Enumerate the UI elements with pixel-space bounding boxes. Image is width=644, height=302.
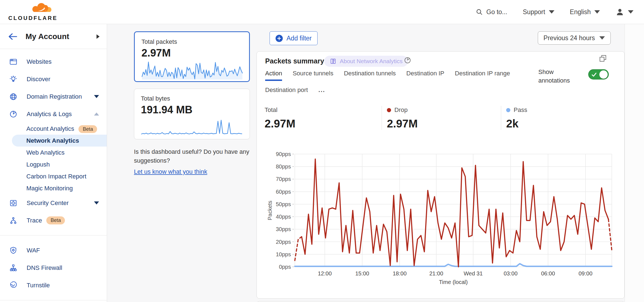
svg-text:Time (local): Time (local)	[439, 279, 468, 285]
sidebar-item-analytics-logs[interactable]: Analytics & Logs	[0, 105, 107, 123]
tab-more[interactable]: ...	[318, 86, 325, 96]
sidebar-item-security-center[interactable]: Security Center	[0, 194, 107, 212]
sidebar-item-label: Magic Monitoring	[26, 185, 73, 192]
sidebar-item-network-analytics[interactable]: Network Analytics	[12, 135, 107, 147]
about-network-analytics-badge[interactable]: About Network Analytics	[324, 56, 408, 67]
sidebar-item-label: DNS Firewall	[27, 264, 99, 272]
svg-text:Wed 31: Wed 31	[464, 270, 483, 277]
svg-text:90pps: 90pps	[276, 151, 291, 157]
feedback-link[interactable]: Let us know what you think	[134, 167, 207, 176]
globe-icon	[9, 93, 18, 101]
total-bytes-value: 191.94 MB	[141, 104, 243, 116]
waf-icon	[9, 246, 18, 255]
sidebar-item-magic-monitoring[interactable]: Magic Monitoring	[0, 182, 107, 194]
search-icon	[476, 8, 483, 16]
trace-icon	[9, 216, 18, 225]
total-packets-sparkline	[141, 59, 244, 81]
sidebar-divider	[0, 300, 107, 300]
chevron-down-icon	[549, 10, 554, 14]
sidebar-item-turnstile[interactable]: Turnstile	[0, 277, 107, 294]
sidebar-item-label: Websites	[27, 58, 99, 65]
packets-chart[interactable]: 0pps10pps20pps30pps40pps50pps60pps70pps8…	[262, 149, 620, 290]
websites-icon	[9, 58, 18, 66]
svg-text:06:00: 06:00	[541, 270, 555, 277]
total-bytes-title: Total bytes	[141, 95, 243, 102]
support-menu[interactable]: Support	[523, 8, 554, 16]
chevron-right-icon[interactable]	[97, 34, 100, 39]
chevron-down-icon	[628, 10, 633, 14]
stat-label: Total	[265, 106, 277, 114]
language-menu[interactable]: English	[570, 8, 600, 16]
total-packets-value: 2.97M	[141, 47, 242, 59]
sidebar-item-carbon-impact-report[interactable]: Carbon Impact Report	[0, 170, 107, 182]
packets-summary-panel: Packets summary About Network Analytics …	[257, 51, 625, 299]
sidebar-item-label: Turnstile	[27, 282, 99, 289]
content-area: Total packets 2.97M Total bytes 191.94 M…	[107, 24, 625, 302]
tab-destination-tunnels[interactable]: Destination tunnels	[344, 70, 396, 81]
svg-text:18:00: 18:00	[393, 270, 407, 277]
tab-destination-ip-range[interactable]: Destination IP range	[455, 70, 510, 81]
check-icon	[591, 72, 597, 78]
tab-destination-ip[interactable]: Destination IP	[406, 70, 444, 81]
svg-text:21:00: 21:00	[429, 270, 443, 277]
time-range-label: Previous 24 hours	[544, 34, 595, 42]
svg-text:40pps: 40pps	[276, 214, 291, 220]
sidebar-item-trace[interactable]: TraceBeta	[0, 212, 107, 229]
svg-text:30pps: 30pps	[276, 226, 291, 232]
sidebar-item-label: Network Analytics	[26, 137, 79, 144]
packets-chart-wrap: 0pps10pps20pps30pps40pps50pps60pps70pps8…	[262, 149, 620, 291]
cloudflare-logo[interactable]: CLOUDFLARE	[8, 3, 54, 21]
show-annotations-toggle[interactable]	[588, 69, 609, 80]
account-header: My Account	[0, 24, 107, 49]
tab-destination-port[interactable]: Destination port	[265, 86, 308, 96]
total-packets-card[interactable]: Total packets 2.97M	[134, 31, 250, 82]
feedback-block: Is this dashboard useful? Do you have an…	[134, 147, 262, 176]
svg-text:15:00: 15:00	[355, 270, 369, 277]
sidebar-item-domain-registration[interactable]: Domain Registration	[0, 88, 107, 105]
top-bar: CLOUDFLARE Go to... Support English	[0, 0, 644, 24]
feedback-question: Is this dashboard useful? Do you have an…	[134, 148, 249, 164]
back-arrow-icon[interactable]	[8, 32, 18, 41]
total-bytes-card[interactable]: Total bytes 191.94 MB	[134, 89, 250, 139]
pie-chart-icon[interactable]	[404, 57, 411, 65]
stat-drop: Drop2.97M	[382, 106, 501, 130]
sidebar-item-websites[interactable]: Websites	[0, 53, 107, 70]
time-range-dropdown[interactable]: Previous 24 hours	[538, 31, 611, 45]
tab-action[interactable]: Action	[265, 70, 282, 81]
user-icon	[615, 7, 624, 16]
sidebar-item-waf[interactable]: WAF	[0, 242, 107, 259]
beta-badge: Beta	[78, 125, 97, 133]
sidebar-item-account-analytics[interactable]: Account AnalyticsBeta	[0, 123, 107, 135]
account-menu[interactable]	[615, 7, 633, 16]
toggle-knob	[599, 70, 608, 79]
stat-label: Pass	[514, 106, 527, 114]
svg-text:60pps: 60pps	[276, 189, 291, 195]
show-annotations-label: Show annotations	[538, 68, 583, 85]
scroll-gutter[interactable]	[625, 24, 644, 302]
stat-label: Drop	[394, 106, 408, 114]
discover-icon	[9, 75, 18, 83]
svg-text:80pps: 80pps	[276, 163, 291, 170]
sidebar-item-label: Web Analytics	[26, 149, 65, 156]
tab-source-tunnels[interactable]: Source tunnels	[293, 70, 333, 81]
chevron-down-icon	[594, 10, 600, 14]
sidebar-item-dns-firewall[interactable]: DNS Firewall	[0, 259, 107, 277]
sidebar-item-web-analytics[interactable]: Web Analytics	[0, 147, 107, 158]
sidebar-item-logpush[interactable]: Logpush	[0, 158, 107, 170]
cloudflare-cloud-icon	[30, 3, 53, 14]
security-center-icon	[9, 199, 18, 207]
sidebar-item-label: WAF	[27, 247, 99, 254]
chevron-down-icon	[94, 201, 99, 204]
sidebar-item-label: Domain Registration	[27, 93, 85, 100]
sidebar-item-discover[interactable]: Discover	[0, 70, 107, 88]
svg-text:20pps: 20pps	[276, 239, 291, 245]
expand-panel-icon[interactable]	[599, 54, 607, 64]
analytics-icon	[9, 110, 18, 118]
sidebar: My Account WebsitesDiscoverDomain Regist…	[0, 24, 107, 302]
total-bytes-sparkline	[141, 116, 243, 138]
sidebar-item-label: Discover	[27, 76, 99, 83]
goto-search[interactable]: Go to...	[476, 8, 507, 16]
svg-text:10pps: 10pps	[276, 251, 291, 257]
add-filter-button[interactable]: Add filter	[270, 31, 318, 45]
sidebar-item-label: Security Center	[27, 199, 85, 207]
